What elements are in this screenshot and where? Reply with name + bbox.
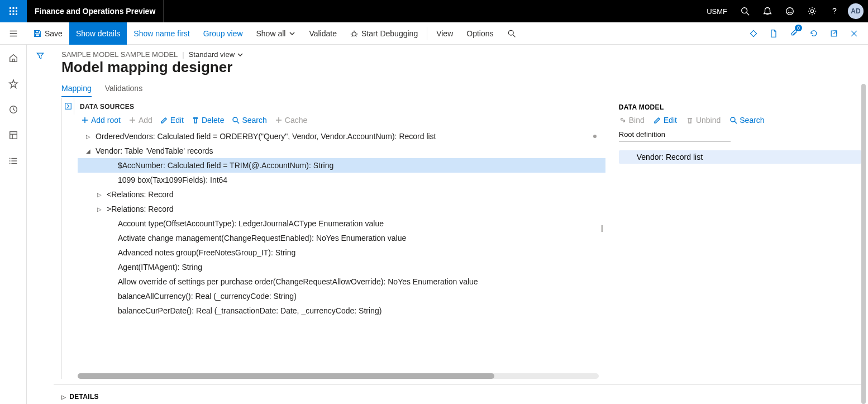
search-button[interactable]	[734, 0, 756, 22]
tree-row-balcur[interactable]: balanceCurPerDate(): Real (_transactionD…	[78, 303, 605, 318]
feedback-button[interactable]	[779, 0, 801, 22]
tree-row-accttype[interactable]: Account type(OffsetAccountType): LedgerJ…	[78, 216, 605, 231]
tree-row-label: <Relations: Record	[107, 190, 173, 199]
show-details-button[interactable]: Show details	[69, 22, 127, 45]
tree-twist[interactable]: ▷	[96, 192, 103, 198]
workspace-icon	[8, 130, 18, 140]
tree-row-advnotes[interactable]: Advanced notes group(FreeNotesGroup_IT):…	[78, 245, 605, 260]
tree-row-relL[interactable]: ▷<Relations: Record	[78, 187, 605, 202]
star-icon	[8, 79, 18, 89]
vertical-grip[interactable]: ||	[601, 224, 602, 232]
svg-rect-33	[12, 59, 15, 62]
expand-datasources-button[interactable]	[62, 98, 74, 115]
tree-row-relR[interactable]: ▷>Relations: Record	[78, 202, 605, 216]
tree-row-balall[interactable]: balanceAllCurrency(): Real (_currencyCod…	[78, 289, 605, 303]
diamond-button[interactable]	[744, 22, 763, 45]
standard-view-button[interactable]: Standard view	[189, 50, 244, 59]
tree-twist[interactable]: ▷	[84, 134, 92, 140]
gear-icon	[807, 6, 817, 16]
rail-home[interactable]	[4, 49, 22, 67]
show-all-button[interactable]: Show all	[250, 22, 303, 45]
delete-button[interactable]: Delete	[192, 116, 224, 125]
attachments-button[interactable]: 0	[784, 22, 803, 45]
start-debugging-button[interactable]: Start Debugging	[344, 22, 425, 45]
svg-point-9	[742, 8, 747, 13]
help-button[interactable]	[823, 0, 846, 22]
dm-edit-button[interactable]: Edit	[654, 116, 677, 125]
breadcrumb-path: SAMPLE MODEL SAMPLE MODEL	[61, 50, 178, 59]
group-view-button[interactable]: Group view	[197, 22, 250, 45]
indicator-dot	[593, 135, 597, 138]
dm-search-button[interactable]: Search	[729, 116, 764, 125]
attachments-badge: 0	[795, 25, 802, 31]
nav-toggle-button[interactable]	[0, 22, 27, 45]
data-sources-label: DATA SOURCES	[74, 98, 134, 114]
tab-validations[interactable]: Validations	[105, 84, 142, 97]
svg-line-30	[833, 31, 837, 34]
chevron-down-icon	[289, 30, 295, 37]
app-launcher-button[interactable]	[0, 0, 27, 22]
search-icon	[507, 29, 516, 38]
add-root-button[interactable]: Add root	[81, 116, 121, 125]
refresh-button[interactable]	[804, 22, 823, 45]
svg-rect-44	[65, 103, 71, 110]
details-section-header[interactable]: ▷ DETAILS	[54, 384, 861, 404]
plus-icon	[81, 116, 89, 124]
svg-point-12	[788, 10, 789, 11]
tree-row-vendor[interactable]: ◢Vendor: Table 'VendTable' records	[78, 144, 605, 158]
save-label: Save	[45, 29, 63, 38]
link-icon	[619, 116, 627, 124]
scrollbar-thumb[interactable]	[78, 373, 494, 379]
data-sources-toolbar: Add root Add Edit Delete Search Cache	[62, 115, 605, 129]
rail-workspaces[interactable]	[4, 126, 22, 144]
save-button[interactable]: Save	[27, 22, 69, 45]
notifications-button[interactable]	[756, 0, 779, 22]
unbind-button: Unbind	[686, 116, 721, 125]
filter-button[interactable]	[36, 51, 45, 404]
close-button[interactable]	[845, 22, 864, 45]
page-scrollbar[interactable]	[861, 84, 866, 404]
tree-row-label: $AccNumber: Calculated field = TRIM(@.Ac…	[118, 161, 333, 170]
tree-row-override[interactable]: Allow override of settings per purchase …	[78, 274, 605, 289]
popout-button[interactable]	[824, 22, 843, 45]
search-button[interactable]: Search	[232, 116, 266, 125]
edit-button[interactable]: Edit	[160, 116, 184, 125]
tree-row-label: Account type(OffsetAccountType): LedgerJ…	[118, 219, 384, 228]
top-bar: Finance and Operations Preview USMF AD	[0, 0, 868, 22]
user-avatar[interactable]: AD	[848, 3, 864, 19]
rail-recent[interactable]	[4, 101, 22, 118]
tab-mapping[interactable]: Mapping	[61, 84, 92, 97]
tree-row-agent[interactable]: Agent(ITMAgent): String	[78, 260, 605, 274]
actionbar-search-button[interactable]	[500, 22, 523, 45]
svg-rect-5	[16, 11, 17, 12]
svg-rect-20	[36, 34, 40, 36]
tree-row-label: Agent(ITMAgent): String	[118, 263, 202, 272]
tree-row-ordered[interactable]: ▷OrderedVendors: Calculated field = ORDE…	[78, 129, 605, 144]
page-button[interactable]	[764, 22, 783, 45]
rail-modules[interactable]	[4, 152, 22, 170]
tree-row-1099[interactable]: 1099 box(Tax1099Fields): Int64	[78, 173, 605, 187]
tree-twist[interactable]: ◢	[84, 148, 92, 154]
tree-twist[interactable]: ▷	[96, 206, 103, 212]
svg-point-15	[834, 13, 834, 14]
horizontal-scrollbar[interactable]	[78, 373, 599, 379]
tree-row-activate[interactable]: Activate change management(ChangeRequest…	[78, 231, 605, 245]
trash-icon	[192, 116, 199, 124]
details-label: DETAILS	[69, 393, 99, 401]
diamond-icon	[749, 29, 758, 38]
tree-row-accnum[interactable]: $AccNumber: Calculated field = TRIM(@.Ac…	[78, 158, 605, 173]
rail-favorites[interactable]	[4, 75, 22, 93]
search-icon	[232, 116, 240, 124]
data-model-item[interactable]: Vendor: Record list	[619, 150, 861, 164]
view-button[interactable]: View	[430, 22, 460, 45]
settings-button[interactable]	[801, 0, 823, 22]
data-sources-panel: DATA SOURCES Add root Add Edit Delete Se…	[61, 98, 605, 379]
svg-rect-4	[13, 11, 15, 12]
data-sources-tree[interactable]: || ▷OrderedVendors: Calculated field = O…	[62, 129, 605, 369]
filter-icon	[36, 51, 45, 60]
company-label[interactable]: USMF	[700, 7, 734, 16]
svg-rect-7	[13, 13, 15, 15]
show-name-first-button[interactable]: Show name first	[127, 22, 196, 45]
options-button[interactable]: Options	[460, 22, 500, 45]
validate-button[interactable]: Validate	[302, 22, 344, 45]
